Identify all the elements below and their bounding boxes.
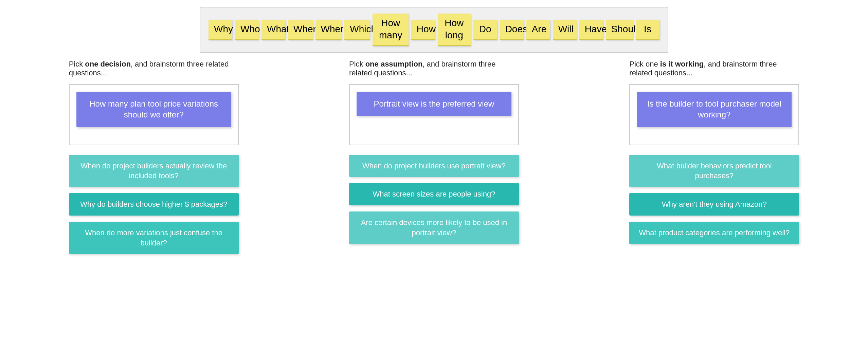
sticky-word-when[interactable]: When [288,20,313,40]
sticky-word-how[interactable]: How [411,20,435,40]
col-working-main-card[interactable]: Is the builder to tool purchaser model w… [637,92,792,127]
col-assumption-sub-notes: When do project builders use portrait vi… [349,155,519,244]
sticky-word-should[interactable]: Should [606,20,633,40]
col-decision-sub-note-0[interactable]: When do project builders actually review… [69,155,239,187]
col-working-main-card-box: Is the builder to tool purchaser model w… [629,84,799,145]
sticky-word-are[interactable]: Are [526,20,550,40]
col-decision-sub-note-2[interactable]: When do more variations just confuse the… [69,222,239,254]
col-working-sub-notes: What builder behaviors predict tool purc… [629,155,799,244]
col-decision-sub-note-1[interactable]: Why do builders choose higher $ packages… [69,193,239,216]
sticky-word-what[interactable]: What [261,20,285,40]
col-working-sub-note-0[interactable]: What builder behaviors predict tool purc… [629,155,799,187]
sticky-word-does[interactable]: Does [500,20,524,40]
col-decision: Pick one decision, and brainstorm three … [69,60,239,254]
sticky-bar: WhyWhoWhatWhenWhereWhichHow manyHowHow l… [200,7,668,53]
col-decision-sub-notes: When do project builders actually review… [69,155,239,254]
sticky-word-will[interactable]: Will [553,20,577,40]
col-working: Pick one is it working, and brainstorm t… [629,60,799,254]
col-decision-main-card-box: How many plan tool price variations shou… [69,84,239,145]
col-working-prompt: Pick one is it working, and brainstorm t… [629,60,799,77]
sticky-word-where[interactable]: Where [315,20,342,40]
sticky-word-have[interactable]: Have [579,20,603,40]
sticky-word-how-long[interactable]: How long [438,14,471,46]
col-assumption-main-card[interactable]: Portrait view is the preferred view [357,92,511,116]
col-assumption-main-card-box: Portrait view is the preferred view [349,84,519,145]
col-decision-main-card[interactable]: How many plan tool price variations shou… [76,92,231,127]
sticky-word-which[interactable]: Which [344,20,370,40]
col-assumption: Pick one assumption, and brainstorm thre… [349,60,519,254]
columns-area: Pick one decision, and brainstorm three … [0,60,868,254]
col-working-sub-note-1[interactable]: Why aren't they using Amazon? [629,193,799,216]
col-assumption-sub-note-1[interactable]: What screen sizes are people using? [349,183,519,205]
sticky-word-who[interactable]: Who [235,20,259,40]
col-assumption-prompt: Pick one assumption, and brainstorm thre… [349,60,519,77]
sticky-word-how-many[interactable]: How many [373,14,408,46]
sticky-word-why[interactable]: Why [209,20,232,40]
col-assumption-sub-note-0[interactable]: When do project builders use portrait vi… [349,155,519,177]
sticky-word-do[interactable]: Do [473,20,497,40]
col-decision-prompt: Pick one decision, and brainstorm three … [69,60,239,77]
col-assumption-sub-note-2[interactable]: Are certain devices more likely to be us… [349,211,519,244]
sticky-word-is[interactable]: Is [636,20,659,40]
col-working-sub-note-2[interactable]: What product categories are performing w… [629,222,799,244]
